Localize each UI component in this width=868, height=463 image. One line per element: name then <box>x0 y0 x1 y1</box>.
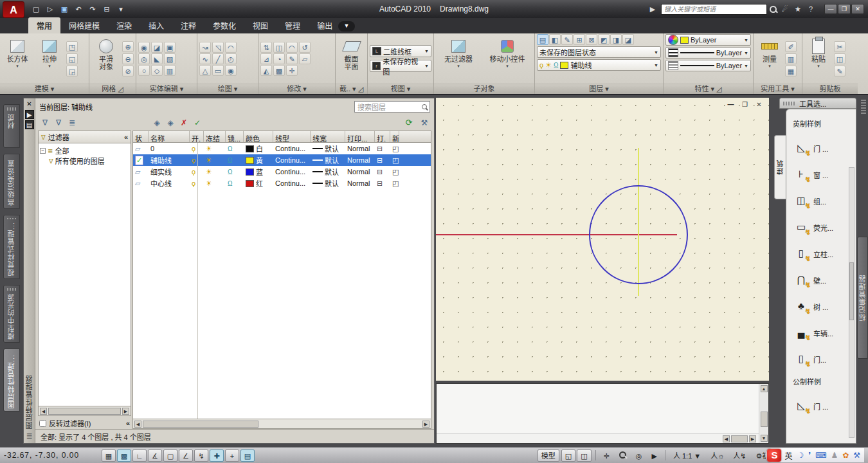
layer-tool-icon[interactable]: ⊠ <box>586 34 597 45</box>
filter-tool-icon[interactable]: ∇ <box>39 118 51 129</box>
layer-action-icon[interactable]: ✗ <box>178 118 190 129</box>
zoom-button[interactable] <box>615 449 630 462</box>
solid-editing-tool-icon[interactable]: ◪ <box>151 42 163 53</box>
modify-tool-icon[interactable]: ◠ <box>286 42 298 53</box>
dock-palette-tab[interactable]: 材质 <box>3 104 20 148</box>
doc-window-button[interactable]: ✕ <box>754 101 764 109</box>
draw-tool-icon[interactable]: ◉ <box>225 65 237 76</box>
drawing-canvas[interactable] <box>436 98 769 381</box>
tool-palette-item[interactable]: ▄↯ 车辆... <box>793 320 853 346</box>
on-bulb-icon[interactable]: ϙ <box>192 156 195 164</box>
lineweight-dropdown[interactable]: ByLayer▼ <box>665 47 751 59</box>
box-button[interactable]: 长方体▾ <box>2 35 33 82</box>
filter-hscrollbar[interactable]: ◀▶ <box>38 406 131 416</box>
column-header[interactable]: 线宽 <box>311 131 345 142</box>
modify-tool-icon[interactable]: ⊿ <box>260 53 272 64</box>
infocenter-icon[interactable]: ★ <box>792 4 804 14</box>
on-bulb-icon[interactable]: ϙ <box>192 145 195 152</box>
modify-tool-icon[interactable]: ▩ <box>273 65 285 76</box>
annotation-button[interactable]: 人↯ <box>729 449 750 462</box>
modify-tool-icon[interactable]: ◫ <box>273 42 285 53</box>
layer-search-box[interactable]: 搜索图层 <box>354 101 430 113</box>
layer-row[interactable]: ▱ 0 ϙ ☀ Ω 白 Continu... 默认 Normal ⊟ ◰ <box>133 143 431 154</box>
ribbon-tab[interactable]: 管理 <box>276 17 309 33</box>
solid-editing-tool-icon[interactable]: ◣ <box>151 53 163 64</box>
qat-button[interactable]: ▷ <box>44 3 57 15</box>
layer-tool-icon[interactable]: ▤ <box>537 34 548 45</box>
palette-strip-button[interactable]: ▶ <box>25 110 34 119</box>
markup-set-manager-tab[interactable]: 标记集管理器 <box>857 237 868 359</box>
freeze-sun-icon[interactable]: ☀ <box>206 168 212 176</box>
lock-icon[interactable]: Ω <box>228 180 232 187</box>
layer-dropdown[interactable]: ϙ ☀ Ω 辅助线▼ <box>537 59 661 71</box>
smooth-object-button[interactable]: 平滑 对象 <box>91 35 121 82</box>
panel-label-clipboard[interactable]: 剪贴板 <box>802 84 858 94</box>
status-toggle-button[interactable]: ∠ <box>179 449 193 462</box>
panel-label-utilities[interactable]: 实用工具 ▾ <box>754 84 802 94</box>
lock-icon[interactable]: Ω <box>228 157 232 164</box>
qat-button[interactable]: ▾ <box>114 3 127 15</box>
solid-editing-tool-icon[interactable]: ▨ <box>164 53 176 64</box>
vp-icon[interactable]: ◰ <box>392 168 399 176</box>
printer-icon[interactable]: ⊟ <box>377 156 383 165</box>
refresh-icon[interactable]: ⟳ <box>403 118 415 129</box>
panel-label-modeling[interactable]: 建模 ▾ <box>0 84 89 94</box>
utility-tool-icon[interactable]: ▥ <box>785 53 797 64</box>
dock-palette-tab[interactable]: 视觉样式管理... <box>3 215 20 279</box>
ime-icon[interactable]: ✿ <box>842 451 849 460</box>
modeling-tool-icon[interactable]: ◲ <box>66 66 78 77</box>
qat-button[interactable]: ↶ <box>72 3 85 15</box>
layer-row[interactable]: ▱ 中心线 ϙ ☀ Ω 红 Continu... 默认 Normal ⊟ ◰ <box>133 177 431 189</box>
subobject-filter-button[interactable]: 无过滤器▾ <box>440 35 477 82</box>
modify-tool-icon[interactable]: ✛ <box>286 65 298 76</box>
ime-icon[interactable]: ☽ <box>797 451 804 460</box>
layer-action-icon[interactable]: ✓ <box>192 118 203 129</box>
layer-tool-icon[interactable]: ◨ <box>610 34 622 45</box>
modify-tool-icon[interactable]: ⇅ <box>260 42 272 53</box>
solid-editing-tool-icon[interactable]: ◎ <box>138 53 150 64</box>
layout-view-button[interactable]: ◱ <box>561 449 575 462</box>
status-toggle-button[interactable]: ✚ <box>210 449 224 462</box>
panel-label-draw[interactable]: 绘图 ▾ <box>197 84 258 94</box>
ribbon-tab[interactable]: 视图 <box>244 17 276 33</box>
dock-palette-tab[interactable]: 高级渲染设置 <box>3 154 20 209</box>
mesh-tool-icon[interactable]: ⊘ <box>122 66 134 77</box>
printer-icon[interactable]: ⊟ <box>377 145 383 153</box>
palette-strip-button[interactable]: ▤ <box>25 120 34 129</box>
lock-icon[interactable]: Ω <box>228 168 232 176</box>
linetype-cell[interactable]: Continu... <box>273 145 311 152</box>
panel-label-view[interactable]: 视图 ▾ <box>368 84 433 94</box>
solid-editing-tool-icon[interactable]: ◇ <box>151 65 163 76</box>
infocenter-search-input[interactable] <box>661 4 767 15</box>
linetype-dropdown[interactable]: ByLayer▼ <box>665 60 751 71</box>
pan-button[interactable]: ✛ <box>600 449 613 462</box>
modify-tool-icon[interactable]: ▱ <box>299 53 311 64</box>
tool-palette-item[interactable]: ▯↯ 立柱... <box>793 241 853 267</box>
layer-action-icon[interactable]: ◈ <box>165 118 176 129</box>
command-window[interactable]: ◀▶ ▲▼ <box>436 383 769 444</box>
panel-label-properties[interactable]: 特性 ▾ ◿ <box>664 84 753 94</box>
draw-tool-icon[interactable]: ◠ <box>225 42 237 53</box>
doc-window-button[interactable]: — <box>725 101 736 109</box>
column-header[interactable]: 线型 <box>273 131 311 142</box>
column-header[interactable]: 颜色 <box>244 131 273 142</box>
tool-palette-tab-arch[interactable]: 建筑 <box>774 135 786 199</box>
clipboard-tool-icon[interactable]: ✂ <box>834 41 845 52</box>
plot-style-cell[interactable]: Normal <box>345 145 375 152</box>
qat-button[interactable]: ↷ <box>86 3 99 15</box>
utility-tool-icon[interactable]: ▦ <box>785 66 797 77</box>
status-toggle-button[interactable]: ▦ <box>102 449 116 462</box>
panel-label-mesh[interactable]: 网格 ◿ <box>89 84 136 94</box>
ribbon-tab[interactable]: 参数化 <box>204 17 244 33</box>
paste-button[interactable]: 粘贴▾ <box>804 35 833 82</box>
ribbon-tab[interactable]: 网格建模 <box>60 17 108 33</box>
layer-tool-icon[interactable]: ⊞ <box>574 34 585 45</box>
command-vscrollbar[interactable]: ▲▼ <box>759 384 768 443</box>
ime-icon[interactable]: 英 <box>784 450 792 461</box>
tool-palette-titlebar[interactable]: 工具选... <box>779 98 856 109</box>
on-bulb-icon[interactable]: ϙ <box>192 168 195 176</box>
ribbon-minimize-button[interactable]: ▼ <box>338 21 355 32</box>
lock-icon[interactable]: Ω <box>228 145 232 152</box>
tool-palette-item[interactable]: ▯↯ 门... <box>793 346 853 372</box>
column-header[interactable]: 开. <box>190 131 204 142</box>
